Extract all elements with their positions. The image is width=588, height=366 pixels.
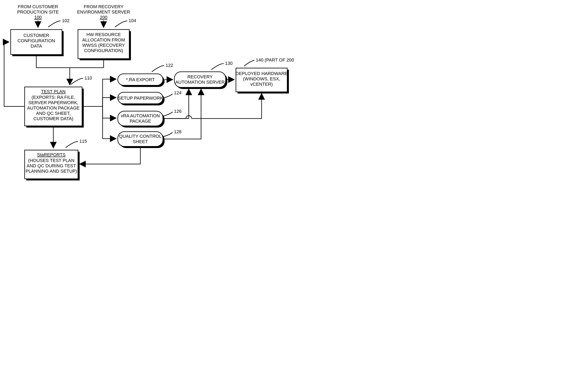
svg-text:DEPLOYED HARDWARE: DEPLOYED HARDWARE [236,71,287,76]
svg-text:FROM RECOVERY: FROM RECOVERY [84,4,124,9]
svg-text:RECOVERY: RECOVERY [187,74,213,79]
svg-text:AND QC SHEET,: AND QC SHEET, [36,111,71,116]
node-qc-sheet: 128 QUALITY CONTROL SHEET [118,129,182,148]
svg-text:HW RESOURCE: HW RESOURCE [86,32,121,37]
svg-text:FROM CUSTOMER: FROM CUSTOMER [18,4,58,9]
svg-text:CONFIGURATION): CONFIGURATION) [84,48,123,53]
svg-text:128: 128 [174,129,182,134]
svg-text:SERVER PAPERWORK,: SERVER PAPERWORK, [28,100,78,105]
node-test-plan: 110 TEST PLAN (EXPORTS: RA FILE. SERVER … [25,76,92,128]
svg-text:(HOUSES TEST PLAN: (HOUSES TEST PLAN [28,158,74,163]
svg-text:100: 100 [34,15,42,20]
svg-text:ALLOCATION FROM: ALLOCATION FROM [82,37,125,42]
node-setup-paperwork: 124 SETUP PAPERWORK [118,90,182,105]
node-deployed-hardware: 140 (PART OF 200) DEPLOYED HARDWARE (WIN… [236,57,294,93]
svg-text:AND QC DURING TEST: AND QC DURING TEST [27,163,76,168]
node-stareports: 115 StaREPORTS (HOUSES TEST PLAN AND QC … [25,139,87,180]
node-recovery-server: 130 RECOVERY AUTOMATION SERVER [174,61,233,89]
svg-text:(PART OF 200): (PART OF 200) [265,57,294,62]
svg-text:SHEET: SHEET [133,139,148,144]
svg-text:140: 140 [256,57,263,62]
svg-text:110: 110 [85,76,92,81]
svg-text:(EXPORTS: RA FILE.: (EXPORTS: RA FILE. [31,95,75,100]
svg-text:200: 200 [100,15,108,20]
svg-text:AUTOMATION SERVER: AUTOMATION SERVER [175,80,225,85]
svg-text:PLANNING AND SETUP): PLANNING AND SETUP) [26,168,77,174]
node-hw-resource: 104 HW RESOURCE ALLOCATION FROM WWSS (RE… [78,18,136,60]
svg-text:QUALITY CONTROL: QUALITY CONTROL [119,134,162,139]
node-customer-config: 102 CUSTOMER CONFIGURATION DATA [11,18,70,56]
svg-text:122: 122 [166,63,173,68]
svg-text:CONFIGURATION: CONFIGURATION [18,38,55,43]
svg-text:StaREPORTS: StaREPORTS [37,152,66,157]
svg-text:(WINDOWS, ESX,: (WINDOWS, ESX, [243,76,280,81]
svg-text:WWSS (RECOVERY: WWSS (RECOVERY [82,43,125,48]
source-customer: FROM CUSTOMER PRODUCTION SITE 100 [17,4,59,20]
svg-text:102: 102 [62,18,70,23]
svg-text:vCENTER): vCENTER) [250,82,273,87]
svg-text:PACKAGE: PACKAGE [130,119,151,124]
flow-diagram: FROM CUSTOMER PRODUCTION SITE 100 FROM R… [0,0,294,183]
source-recovery: FROM RECOVERY ENVIRONMENT SERVER 200 [77,4,130,20]
svg-text:ENVIRONMENT SERVER: ENVIRONMENT SERVER [77,9,130,15]
svg-text:DATA: DATA [31,44,42,49]
svg-text:CUSTOMER DATA): CUSTOMER DATA) [33,116,73,121]
svg-text:130: 130 [225,61,233,66]
svg-text:124: 124 [174,90,182,95]
svg-text:PRODUCTION SITE: PRODUCTION SITE [17,9,59,15]
svg-text:126: 126 [174,109,182,114]
svg-text:TEST PLAN: TEST PLAN [41,89,65,94]
node-vra-package: 126 vRA AUTOMATION PACKAGE [118,109,182,128]
svg-text:vRA AUTOMATION: vRA AUTOMATION [121,113,160,118]
svg-text:CUSTOMER: CUSTOMER [23,33,49,38]
svg-text:SETUP PAPERWORK: SETUP PAPERWORK [118,96,163,101]
node-ra-export: 122 *.RA EXPORT [118,63,173,87]
svg-text:AUTOMATION PACKAGE: AUTOMATION PACKAGE [27,105,79,111]
svg-text:104: 104 [129,18,136,23]
svg-text:*.RA EXPORT: *.RA EXPORT [126,77,155,82]
svg-text:115: 115 [79,139,87,144]
